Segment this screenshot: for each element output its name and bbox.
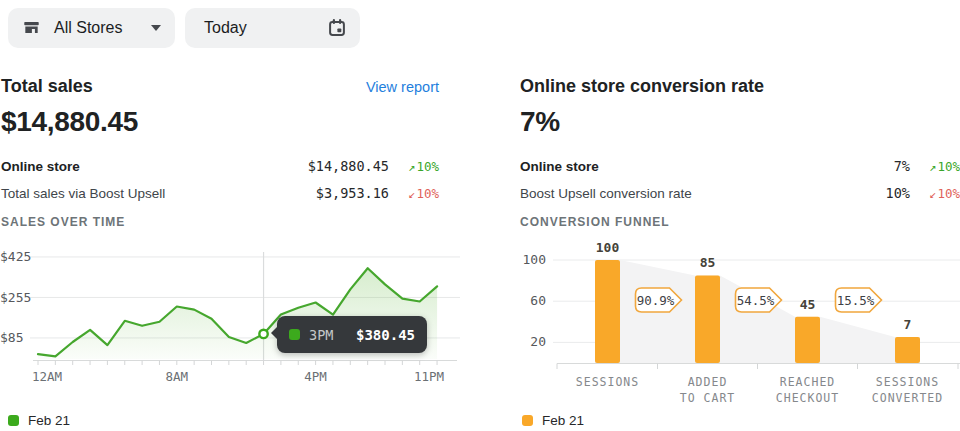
y-axis-label: 20 — [530, 334, 546, 349]
conversion-rate-value: 7% — [520, 106, 560, 138]
y-axis-label: 60 — [530, 293, 546, 308]
bar-value-label: 100 — [596, 240, 620, 255]
conversion-badge-label: 54.5% — [737, 293, 775, 308]
legend-label: Feb 21 — [28, 413, 70, 428]
conversion-funnel-chart[interactable]: 10060201008545790.9%54.5%15.5%SESSIONSAD… — [520, 235, 960, 411]
card-title: Total sales — [1, 76, 93, 97]
x-axis-label: 11PM — [414, 369, 444, 384]
metric-row-boost-upsell: Total sales via Boost Upsell $3,953.16 ↙… — [1, 185, 439, 201]
metric-row-boost-upsell: Boost Upsell conversion rate 10% ↙10% — [520, 185, 960, 201]
metric-value: 10% — [692, 185, 910, 201]
metric-label: Online store — [1, 159, 80, 174]
delta-value: 10% — [937, 186, 960, 201]
card-title: Online store conversion rate — [520, 76, 764, 97]
bar-value-label: 7 — [904, 317, 912, 332]
total-sales-card: Total sales View report $14,880.45 Onlin… — [0, 0, 460, 431]
metric-label: Boost Upsell conversion rate — [520, 186, 692, 201]
metric-delta: ↙10% — [397, 186, 439, 201]
y-axis-label: $255 — [0, 290, 31, 305]
analytics-dashboard: All Stores Today Total sales View report… — [0, 0, 960, 431]
metric-delta: ↙10% — [918, 186, 960, 201]
category-label: CONVERTED — [872, 391, 943, 405]
x-axis-label: 4PM — [304, 369, 327, 384]
delta-value: 10% — [937, 159, 960, 174]
bar-value-label: 85 — [700, 255, 716, 270]
category-label: CHECKOUT — [776, 391, 839, 405]
y-axis-label: $85 — [0, 330, 23, 345]
chart-tooltip: 3PM $380.45 — [277, 316, 427, 353]
metric-delta: ↗10% — [918, 159, 960, 174]
metric-label: Total sales via Boost Upsell — [1, 186, 165, 201]
delta-value: 10% — [416, 159, 439, 174]
metric-value: $3,953.16 — [165, 185, 389, 201]
view-report-link[interactable]: View report — [366, 79, 439, 95]
highlighted-point[interactable] — [259, 330, 267, 338]
category-label: SESSIONS — [576, 375, 639, 389]
legend-feb-21: Feb 21 — [522, 413, 584, 428]
delta-value: 10% — [416, 186, 439, 201]
legend-swatch — [8, 415, 19, 426]
metric-value: 7% — [599, 158, 910, 174]
category-label: SESSIONS — [876, 375, 939, 389]
conversion-badge-label: 90.9% — [637, 293, 675, 308]
metric-value: $14,880.45 — [80, 158, 389, 174]
legend-swatch — [522, 415, 533, 426]
legend-label: Feb 21 — [542, 413, 584, 428]
trend-down-icon: ↙ — [929, 187, 936, 201]
funnel-bar[interactable] — [695, 275, 720, 363]
y-axis-label: 100 — [523, 252, 546, 267]
category-label: REACHED — [780, 375, 835, 389]
tooltip-value: $380.45 — [356, 327, 415, 343]
funnel-bar[interactable] — [795, 317, 820, 363]
conversion-badge-label: 15.5% — [837, 293, 875, 308]
metric-row-online-store: Online store 7% ↗10% — [520, 158, 960, 174]
legend-feb-21: Feb 21 — [8, 413, 70, 428]
funnel-bar[interactable] — [595, 260, 620, 363]
card-header: Online store conversion rate — [520, 76, 960, 97]
metric-label: Online store — [520, 159, 599, 174]
y-axis-label: $425 — [0, 249, 31, 264]
metric-delta: ↗10% — [397, 159, 439, 174]
conversion-rate-card: Online store conversion rate 7% Online s… — [520, 0, 960, 431]
total-sales-value: $14,880.45 — [1, 106, 138, 138]
trend-up-icon: ↗ — [929, 160, 936, 174]
bar-value-label: 45 — [800, 297, 816, 312]
trend-down-icon: ↙ — [408, 187, 415, 201]
tooltip-series-swatch — [289, 329, 300, 340]
tooltip-time: 3PM — [309, 327, 333, 343]
funnel-bar[interactable] — [895, 337, 920, 363]
x-axis-label: 12AM — [32, 369, 62, 384]
category-label: ADDED — [688, 375, 728, 389]
section-label-sales-over-time: SALES OVER TIME — [1, 215, 125, 229]
card-header: Total sales View report — [1, 76, 439, 97]
metric-row-online-store: Online store $14,880.45 ↗10% — [1, 158, 439, 174]
section-label-conversion-funnel: CONVERSION FUNNEL — [520, 215, 670, 229]
x-axis-label: 8AM — [166, 369, 189, 384]
category-label: TO CART — [680, 391, 735, 405]
trend-up-icon: ↗ — [408, 160, 415, 174]
